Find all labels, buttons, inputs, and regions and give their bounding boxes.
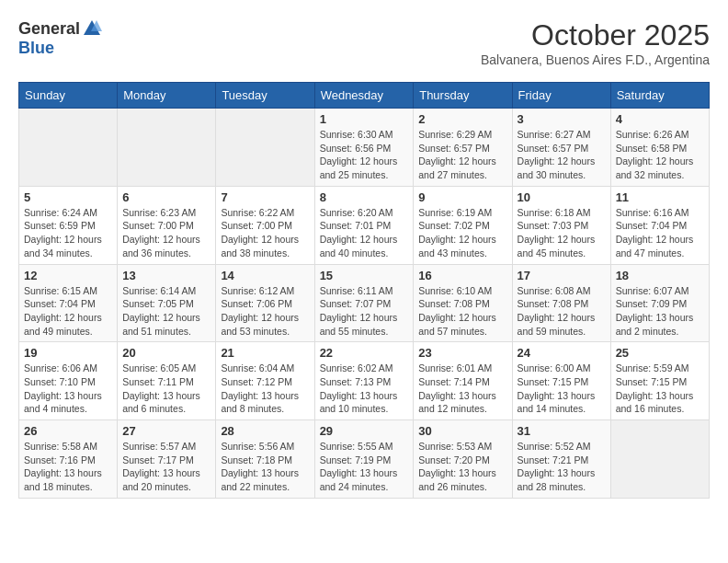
- day-detail: Sunrise: 6:30 AM Sunset: 6:56 PM Dayligh…: [320, 128, 409, 182]
- day-number: 16: [418, 269, 506, 282]
- calendar-cell: 29Sunrise: 5:55 AM Sunset: 7:19 PM Dayli…: [314, 420, 414, 499]
- day-number: 26: [24, 424, 112, 438]
- day-number: 27: [122, 424, 210, 438]
- calendar-cell: 20Sunrise: 6:05 AM Sunset: 7:11 PM Dayli…: [118, 342, 216, 420]
- day-number: 7: [221, 190, 309, 204]
- calendar-cell: 3Sunrise: 6:27 AM Sunset: 6:57 PM Daylig…: [512, 109, 610, 187]
- calendar-week-5: 26Sunrise: 5:58 AM Sunset: 7:16 PM Dayli…: [19, 420, 710, 499]
- day-detail: Sunrise: 6:06 AM Sunset: 7:10 PM Dayligh…: [24, 362, 112, 416]
- day-detail: Sunrise: 5:59 AM Sunset: 7:15 PM Dayligh…: [616, 362, 704, 416]
- day-detail: Sunrise: 6:22 AM Sunset: 7:00 PM Dayligh…: [221, 206, 309, 260]
- day-number: 25: [616, 346, 704, 360]
- weekday-header-saturday: Saturday: [610, 83, 709, 109]
- day-detail: Sunrise: 6:10 AM Sunset: 7:08 PM Dayligh…: [418, 284, 506, 339]
- day-detail: Sunrise: 6:02 AM Sunset: 7:13 PM Dayligh…: [320, 362, 409, 416]
- day-detail: Sunrise: 6:04 AM Sunset: 7:12 PM Dayligh…: [221, 362, 309, 416]
- day-detail: Sunrise: 5:53 AM Sunset: 7:20 PM Dayligh…: [418, 440, 506, 494]
- day-number: 29: [320, 424, 409, 438]
- day-detail: Sunrise: 6:24 AM Sunset: 6:59 PM Dayligh…: [24, 206, 112, 260]
- calendar-cell: 13Sunrise: 6:14 AM Sunset: 7:05 PM Dayli…: [118, 264, 216, 342]
- day-detail: Sunrise: 6:18 AM Sunset: 7:03 PM Dayligh…: [518, 206, 606, 260]
- calendar-cell: 6Sunrise: 6:23 AM Sunset: 7:00 PM Daylig…: [118, 186, 216, 264]
- day-number: 9: [418, 190, 506, 204]
- weekday-header-tuesday: Tuesday: [216, 83, 314, 109]
- calendar-cell: 23Sunrise: 6:01 AM Sunset: 7:14 PM Dayli…: [414, 342, 512, 420]
- calendar-cell: 31Sunrise: 5:52 AM Sunset: 7:21 PM Dayli…: [512, 420, 610, 499]
- calendar-cell: 4Sunrise: 6:26 AM Sunset: 6:58 PM Daylig…: [610, 109, 709, 187]
- day-number: 2: [418, 112, 506, 126]
- calendar-cell: 7Sunrise: 6:22 AM Sunset: 7:00 PM Daylig…: [216, 186, 314, 264]
- day-number: 20: [122, 346, 210, 360]
- calendar-cell: 24Sunrise: 6:00 AM Sunset: 7:15 PM Dayli…: [512, 342, 610, 420]
- calendar-cell: 8Sunrise: 6:20 AM Sunset: 7:01 PM Daylig…: [314, 186, 414, 264]
- day-detail: Sunrise: 6:14 AM Sunset: 7:05 PM Dayligh…: [122, 284, 210, 339]
- calendar-cell: 21Sunrise: 6:04 AM Sunset: 7:12 PM Dayli…: [216, 342, 314, 420]
- calendar-cell: 14Sunrise: 6:12 AM Sunset: 7:06 PM Dayli…: [216, 264, 314, 342]
- day-detail: Sunrise: 5:52 AM Sunset: 7:21 PM Dayligh…: [518, 440, 606, 494]
- calendar-week-4: 19Sunrise: 6:06 AM Sunset: 7:10 PM Dayli…: [19, 342, 710, 420]
- calendar-cell: 26Sunrise: 5:58 AM Sunset: 7:16 PM Dayli…: [19, 420, 118, 499]
- day-detail: Sunrise: 5:56 AM Sunset: 7:18 PM Dayligh…: [221, 440, 309, 494]
- calendar-cell: 15Sunrise: 6:11 AM Sunset: 7:07 PM Dayli…: [314, 264, 414, 342]
- day-detail: Sunrise: 6:05 AM Sunset: 7:11 PM Dayligh…: [122, 362, 210, 416]
- day-number: 6: [122, 190, 210, 204]
- day-number: 12: [24, 269, 112, 282]
- calendar-cell: [216, 109, 314, 187]
- calendar-week-1: 1Sunrise: 6:30 AM Sunset: 6:56 PM Daylig…: [19, 109, 710, 187]
- weekday-header-wednesday: Wednesday: [314, 83, 414, 109]
- day-number: 23: [418, 346, 506, 360]
- calendar-cell: 30Sunrise: 5:53 AM Sunset: 7:20 PM Dayli…: [414, 420, 512, 499]
- calendar-cell: [610, 420, 709, 499]
- calendar-cell: 5Sunrise: 6:24 AM Sunset: 6:59 PM Daylig…: [19, 186, 118, 264]
- calendar-cell: [118, 109, 216, 187]
- calendar-cell: 18Sunrise: 6:07 AM Sunset: 7:09 PM Dayli…: [610, 264, 709, 342]
- day-number: 1: [320, 112, 409, 126]
- day-detail: Sunrise: 5:57 AM Sunset: 7:17 PM Dayligh…: [122, 440, 210, 494]
- logo-icon: [82, 18, 102, 39]
- day-detail: Sunrise: 6:07 AM Sunset: 7:09 PM Dayligh…: [616, 284, 704, 339]
- weekday-header-sunday: Sunday: [19, 83, 118, 109]
- day-detail: Sunrise: 6:12 AM Sunset: 7:06 PM Dayligh…: [221, 284, 309, 339]
- day-detail: Sunrise: 6:15 AM Sunset: 7:04 PM Dayligh…: [24, 284, 112, 339]
- calendar-cell: 9Sunrise: 6:19 AM Sunset: 7:02 PM Daylig…: [414, 186, 512, 264]
- month-title: October 2025: [481, 18, 710, 52]
- day-detail: Sunrise: 6:19 AM Sunset: 7:02 PM Dayligh…: [418, 206, 506, 260]
- day-number: 15: [320, 269, 409, 282]
- day-number: 4: [616, 112, 704, 126]
- day-number: 24: [518, 346, 606, 360]
- subtitle: Balvanera, Buenos Aires F.D., Argentina: [481, 52, 710, 67]
- calendar-cell: 28Sunrise: 5:56 AM Sunset: 7:18 PM Dayli…: [216, 420, 314, 499]
- day-detail: Sunrise: 6:23 AM Sunset: 7:00 PM Dayligh…: [122, 206, 210, 260]
- day-number: 11: [616, 190, 704, 204]
- calendar-cell: 12Sunrise: 6:15 AM Sunset: 7:04 PM Dayli…: [19, 264, 118, 342]
- page-header: General Blue October 2025 Balvanera, Bue…: [18, 18, 710, 67]
- weekday-header-monday: Monday: [118, 83, 216, 109]
- day-number: 21: [221, 346, 309, 360]
- day-number: 17: [518, 269, 606, 282]
- calendar: SundayMondayTuesdayWednesdayThursdayFrid…: [18, 82, 710, 499]
- calendar-cell: [19, 109, 118, 187]
- day-number: 18: [616, 269, 704, 282]
- day-detail: Sunrise: 6:00 AM Sunset: 7:15 PM Dayligh…: [518, 362, 606, 416]
- logo: General Blue: [18, 18, 102, 58]
- calendar-cell: 16Sunrise: 6:10 AM Sunset: 7:08 PM Dayli…: [414, 264, 512, 342]
- day-number: 10: [518, 190, 606, 204]
- calendar-cell: 19Sunrise: 6:06 AM Sunset: 7:10 PM Dayli…: [19, 342, 118, 420]
- calendar-cell: 25Sunrise: 5:59 AM Sunset: 7:15 PM Dayli…: [610, 342, 709, 420]
- calendar-cell: 2Sunrise: 6:29 AM Sunset: 6:57 PM Daylig…: [414, 109, 512, 187]
- logo-blue: Blue: [18, 39, 54, 58]
- calendar-cell: 17Sunrise: 6:08 AM Sunset: 7:08 PM Dayli…: [512, 264, 610, 342]
- calendar-week-2: 5Sunrise: 6:24 AM Sunset: 6:59 PM Daylig…: [19, 186, 710, 264]
- day-number: 5: [24, 190, 112, 204]
- day-detail: Sunrise: 6:20 AM Sunset: 7:01 PM Dayligh…: [320, 206, 409, 260]
- day-number: 3: [518, 112, 606, 126]
- day-detail: Sunrise: 6:27 AM Sunset: 6:57 PM Dayligh…: [518, 128, 606, 182]
- calendar-cell: 10Sunrise: 6:18 AM Sunset: 7:03 PM Dayli…: [512, 186, 610, 264]
- day-detail: Sunrise: 5:55 AM Sunset: 7:19 PM Dayligh…: [320, 440, 409, 494]
- weekday-header-friday: Friday: [512, 83, 610, 109]
- day-detail: Sunrise: 6:11 AM Sunset: 7:07 PM Dayligh…: [320, 284, 409, 339]
- day-number: 31: [518, 424, 606, 438]
- day-detail: Sunrise: 6:29 AM Sunset: 6:57 PM Dayligh…: [418, 128, 506, 182]
- day-number: 22: [320, 346, 409, 360]
- calendar-cell: 27Sunrise: 5:57 AM Sunset: 7:17 PM Dayli…: [118, 420, 216, 499]
